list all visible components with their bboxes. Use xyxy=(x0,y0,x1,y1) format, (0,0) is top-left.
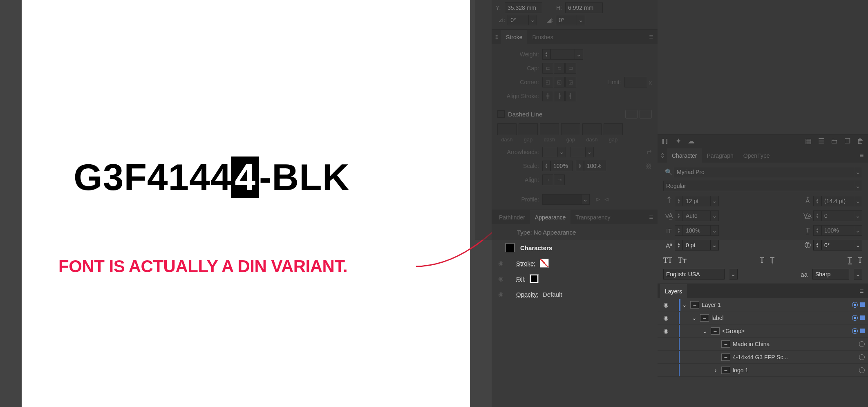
align-outside[interactable]: ┫ xyxy=(565,91,576,101)
scale1-field[interactable]: 100% xyxy=(550,161,573,171)
layer-row[interactable]: ›▬logo 1 xyxy=(658,364,868,377)
arrowalign-2[interactable]: ⇥ xyxy=(554,174,565,185)
tab-appearance[interactable]: Appearance xyxy=(530,210,571,225)
gap3[interactable] xyxy=(604,123,623,135)
tracking-field[interactable]: 0 xyxy=(821,210,854,221)
font-style-field[interactable]: Regular xyxy=(663,181,854,191)
scale2-stepper[interactable] xyxy=(576,161,584,171)
link-scale-icon[interactable]: ⛓ xyxy=(646,163,652,170)
font-family-dropdown[interactable]: ⌄ xyxy=(854,167,862,177)
swap-arrows-icon[interactable]: ⇄ xyxy=(647,148,652,156)
strikethrough-icon[interactable]: Ŧ xyxy=(858,256,862,265)
smallcaps-icon[interactable]: Tᴛ xyxy=(678,256,687,265)
hscale-dropdown[interactable]: ⌄ xyxy=(854,225,862,236)
fill-swatch[interactable] xyxy=(530,274,539,283)
layer-name[interactable]: label xyxy=(711,315,850,321)
language-field[interactable]: English: USA xyxy=(663,269,725,280)
stroke-swatch[interactable] xyxy=(540,259,549,268)
panel-icon-3[interactable]: 🗀 xyxy=(831,137,838,145)
arrow-end[interactable] xyxy=(570,147,586,157)
vscale-stepper[interactable] xyxy=(675,225,683,236)
corner-miter[interactable]: ◰ xyxy=(542,77,553,87)
gap1[interactable] xyxy=(519,123,538,135)
subscript-icon[interactable]: T̩ xyxy=(770,256,774,265)
layer-eye-icon[interactable]: ◉ xyxy=(661,327,671,335)
charrotate-field[interactable]: 0° xyxy=(821,240,854,250)
layer-target[interactable] xyxy=(859,341,865,347)
dash2[interactable] xyxy=(540,123,559,135)
dash-preserve[interactable] xyxy=(625,110,638,119)
layer-eye-icon[interactable]: ◉ xyxy=(661,301,671,309)
character-menu-icon[interactable]: ≡ xyxy=(859,152,866,160)
layer-name[interactable]: 4-14x44 G3 FFP Sc... xyxy=(733,354,857,360)
charrotate-dropdown[interactable]: ⌄ xyxy=(854,240,862,250)
layer-eye-icon[interactable]: ◉ xyxy=(661,314,671,322)
baseline-stepper[interactable] xyxy=(675,240,683,250)
layer-row[interactable]: ◉⌄▬Layer 1 xyxy=(658,298,868,311)
tab-character[interactable]: Character xyxy=(667,148,702,163)
kerning-dropdown[interactable]: ⌄ xyxy=(711,210,719,221)
layer-name[interactable]: Layer 1 xyxy=(702,302,850,308)
y-field[interactable]: 35.328 mm xyxy=(505,2,542,13)
characters-row[interactable]: Characters xyxy=(520,244,552,251)
baseline-dropdown[interactable]: ⌄ xyxy=(711,240,719,250)
canvas-area[interactable]: G3F41444-BLK FONT IS ACTUALLY A DIN VARI… xyxy=(0,0,492,407)
layer-name[interactable]: Made in China xyxy=(733,341,857,347)
stroke-menu-icon[interactable]: ≡ xyxy=(648,33,655,41)
layer-target[interactable] xyxy=(852,315,858,321)
profile-field[interactable] xyxy=(542,194,582,205)
charrotate-stepper[interactable] xyxy=(813,240,821,250)
tab-pathfinder[interactable]: Pathfinder xyxy=(494,210,530,225)
panel-icon-4[interactable]: ❐ xyxy=(844,137,850,145)
dash-align[interactable] xyxy=(640,110,652,119)
dashed-checkbox[interactable] xyxy=(497,110,505,118)
trash-icon[interactable]: 🗑 xyxy=(857,137,864,145)
hscale-field[interactable]: 100% xyxy=(821,225,854,236)
layer-target[interactable] xyxy=(852,328,858,334)
scale2-field[interactable]: 100% xyxy=(584,161,606,171)
layer-twisty[interactable]: ⌄ xyxy=(691,315,698,321)
tab-stroke[interactable]: Stroke xyxy=(501,30,527,45)
layers-menu-icon[interactable]: ≡ xyxy=(859,287,866,295)
opacity-eye-icon[interactable]: ◉ xyxy=(496,291,506,298)
stroke-row-label[interactable]: Stroke: xyxy=(516,260,536,267)
kerning-field[interactable]: Auto xyxy=(683,210,711,221)
tab-paragraph[interactable]: Paragraph xyxy=(702,148,738,163)
flip-across-icon[interactable]: ⊲ xyxy=(604,196,609,203)
language-dropdown[interactable]: ⌄ xyxy=(729,269,738,280)
layer-twisty[interactable]: ⌄ xyxy=(681,302,688,308)
superscript-icon[interactable]: T xyxy=(760,256,764,265)
gap2[interactable] xyxy=(561,123,580,135)
appearance-menu-icon[interactable]: ≡ xyxy=(648,213,655,221)
tab-brushes[interactable]: Brushes xyxy=(527,30,558,45)
hscale-stepper[interactable] xyxy=(813,225,821,236)
layer-target[interactable] xyxy=(859,354,865,360)
cap-round[interactable]: ⊂ xyxy=(554,63,565,74)
font-family-field[interactable]: Myriad Pro xyxy=(674,167,854,177)
antialias-field[interactable]: Sharp xyxy=(812,269,849,280)
shear-field[interactable]: 0° xyxy=(556,15,577,25)
fill-eye-icon[interactable]: ◉ xyxy=(496,275,506,282)
layer-row[interactable]: ▬4-14x44 G3 FFP Sc... xyxy=(658,351,868,364)
layer-target[interactable] xyxy=(859,367,865,373)
layer-twisty[interactable]: ⌄ xyxy=(702,328,708,334)
layer-target[interactable] xyxy=(852,302,858,308)
vscale-field[interactable]: 100% xyxy=(683,225,711,236)
cap-butt[interactable]: ⊏ xyxy=(542,63,553,74)
arrow-start[interactable] xyxy=(542,147,558,157)
tracking-stepper[interactable] xyxy=(813,210,821,221)
allcaps-icon[interactable]: TT xyxy=(663,256,672,265)
flip-along-icon[interactable]: ⊳ xyxy=(595,196,601,203)
tracking-dropdown[interactable]: ⌄ xyxy=(854,210,862,221)
stroke-eye-icon[interactable]: ◉ xyxy=(496,259,506,267)
size-stepper[interactable] xyxy=(675,196,683,206)
sample-text[interactable]: G3F41444-BLK xyxy=(74,156,349,199)
corner-bevel[interactable]: ◲ xyxy=(565,77,576,87)
profile-dropdown[interactable]: ⌄ xyxy=(582,194,590,205)
layer-row[interactable]: ▬Made in China xyxy=(658,338,868,351)
size-field[interactable]: 12 pt xyxy=(683,196,711,206)
arrow-start-dd[interactable]: ⌄ xyxy=(558,147,566,157)
panel-icon-1[interactable]: ▦ xyxy=(805,137,812,145)
weight-field[interactable] xyxy=(550,49,575,60)
weight-stepper[interactable] xyxy=(542,49,550,60)
